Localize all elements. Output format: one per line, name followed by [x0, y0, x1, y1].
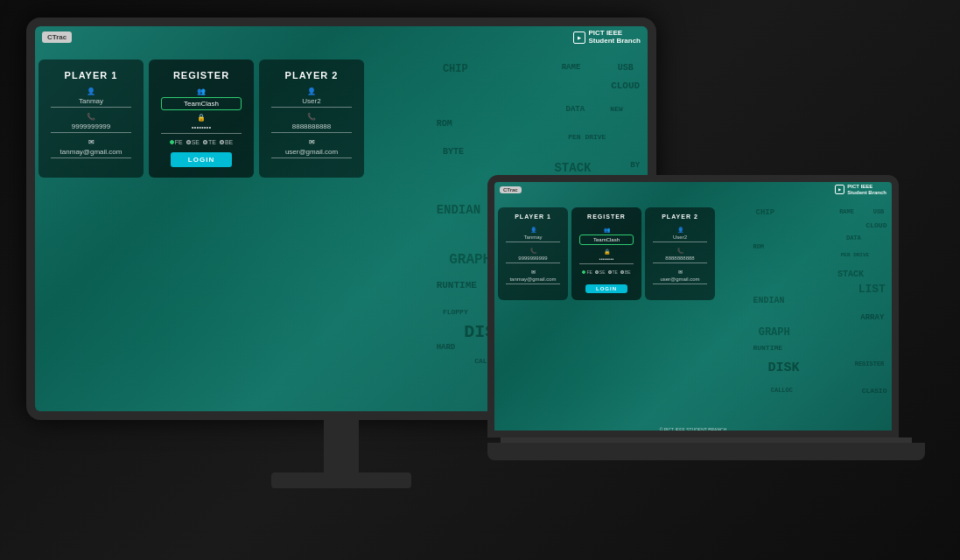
- laptop-footer: © PICT IEEE STUDENT BRANCH: [494, 427, 892, 430]
- laptop-logo: ▶ PICT IEEE Student Branch: [835, 184, 886, 195]
- wc-usb: USB: [618, 63, 634, 73]
- monitor-player1-card: PLAYER 1 👤 Tanmay 📞 9999999999 ✉ tanmay@…: [39, 60, 144, 178]
- monitor-player2-name: User2: [271, 97, 352, 108]
- laptop-frame: CTrac ▶ PICT IEEE Student Branch: [487, 175, 899, 438]
- laptop-radio-fe[interactable]: FE: [582, 270, 592, 275]
- monitor-player1-email-icon: ✉: [51, 138, 131, 146]
- monitor-player1-title: PLAYER 1: [51, 70, 131, 80]
- wc-byte: BYTE: [443, 147, 464, 157]
- monitor-stand: [324, 420, 359, 472]
- monitor-player2-phone-icon: 📞: [271, 113, 352, 121]
- monitor-radio-te[interactable]: TE: [203, 139, 216, 145]
- monitor-player1-phone: 9999999999: [51, 122, 131, 133]
- monitor-app-label: CTrac: [42, 32, 72, 43]
- monitor-register-card: REGISTER 👥 TeamClash 🔒 •••••••• FE: [149, 60, 254, 178]
- laptop-logo-icon: ▶: [835, 185, 844, 194]
- lwc-endian: ENDIAN: [753, 296, 784, 305]
- laptop-radio-te[interactable]: TE: [608, 270, 618, 275]
- wc-data: DATA: [566, 105, 585, 114]
- lwc-rom: ROM: [753, 243, 764, 250]
- monitor-player1-name: Tanmay: [51, 97, 131, 108]
- lwc-stack: STACK: [837, 270, 864, 279]
- laptop-p2-name-icon: 👤: [653, 227, 707, 233]
- laptop-player1-title: PLAYER 1: [506, 214, 560, 220]
- monitor-player2-name-icon: 👤: [271, 88, 352, 95]
- wc-pendrive: PEN DRIVE: [568, 133, 606, 141]
- laptop-cards-area: PLAYER 1 👤 Tanmay 📞 9999999999 ✉ tanmay@…: [498, 204, 752, 304]
- laptop-lock-icon: 🔒: [579, 248, 634, 255]
- laptop-p1-name-icon: 👤: [506, 227, 560, 233]
- monitor-team-icon: 👥: [161, 88, 242, 95]
- lwc-chip: CHIP: [756, 208, 775, 217]
- lwc-clash: CLASIO: [862, 387, 887, 395]
- laptop-p1-phone-icon: 📞: [506, 248, 560, 254]
- laptop-player2-title: PLAYER 2: [653, 214, 707, 220]
- monitor-team-name[interactable]: TeamClash: [161, 97, 242, 110]
- wc-chip: CHIP: [443, 63, 468, 75]
- laptop-team-icon: 👥: [579, 227, 634, 233]
- laptop: CTrac ▶ PICT IEEE Student Branch: [487, 175, 925, 508]
- lwc-register: REGISTER: [855, 360, 885, 368]
- monitor-player2-phone: 8888888888: [271, 122, 352, 133]
- lwc-rame: RAME: [839, 208, 854, 215]
- laptop-team-name[interactable]: TeamClash: [579, 234, 634, 245]
- laptop-wordcloud: RAME USB CLOUD DATA PEN DRIVE STACK LIST…: [752, 204, 888, 422]
- monitor-player1-email: tanmay@gmail.com: [51, 148, 131, 158]
- wc-new: NEW: [610, 105, 622, 113]
- wc-runtime: RUNTIME: [437, 280, 477, 290]
- monitor-radio-se[interactable]: SE: [186, 139, 200, 145]
- laptop-player1-name: Tanmay: [506, 234, 560, 242]
- monitor-player1-name-icon: 👤: [51, 88, 131, 95]
- lwc-runtime: RUNTIME: [753, 344, 782, 352]
- wc-hard: HARD: [437, 343, 456, 352]
- laptop-register-card: REGISTER 👥 TeamClash 🔒 •••••••• FE: [571, 207, 641, 300]
- lwc-usb: USB: [873, 208, 885, 215]
- lwc-disk: DISK: [768, 360, 800, 375]
- laptop-p1-email-icon: ✉: [506, 269, 560, 275]
- monitor-radio-group: FE SE TE: [161, 139, 242, 145]
- laptop-player1-email: tanmay@gmail.com: [506, 276, 560, 284]
- wc-stack: STACK: [554, 161, 591, 175]
- monitor-radio-fe[interactable]: FE: [170, 139, 183, 145]
- laptop-radio-be[interactable]: BE: [620, 270, 631, 275]
- monitor-player2-title: PLAYER 2: [271, 70, 352, 80]
- lwc-cloud: CLOUD: [865, 221, 886, 229]
- laptop-app-label: CTrac: [500, 186, 522, 193]
- monitor-player2-email-icon: ✉: [271, 138, 352, 146]
- lwc-graph: GRAPH: [759, 326, 790, 339]
- laptop-player2-card: PLAYER 2 👤 User2 📞 8888888888 ✉ user@gma…: [645, 207, 715, 300]
- lwc-data: DATA: [846, 234, 861, 242]
- laptop-p2-email-icon: ✉: [653, 269, 707, 275]
- laptop-player2-phone: 8888888888: [653, 256, 707, 263]
- laptop-main-area: PLAYER 1 👤 Tanmay 📞 9999999999 ✉ tanmay@…: [494, 204, 892, 422]
- laptop-top-bar: CTrac ▶ PICT IEEE Student Branch: [494, 182, 892, 197]
- laptop-login-button[interactable]: LOGIN: [585, 284, 627, 293]
- monitor-register-title: REGISTER: [161, 70, 242, 80]
- laptop-p2-phone-icon: 📞: [653, 248, 707, 254]
- monitor-radio-be[interactable]: BE: [220, 139, 233, 145]
- laptop-password[interactable]: ••••••••: [579, 256, 634, 264]
- lwc-list: LIST: [858, 283, 886, 296]
- wc-graph: GRAPH: [449, 252, 491, 268]
- laptop-radio-group: FE SE TE: [579, 270, 634, 275]
- monitor-logo-icon: ▶: [573, 32, 585, 44]
- wc-cloud: CLOUD: [611, 80, 640, 91]
- lwc-array: ARRAY: [860, 313, 884, 322]
- monitor-top-bar: CTrac ▶ PICT IEEE Student Branch: [35, 26, 648, 49]
- laptop-screen: CTrac ▶ PICT IEEE Student Branch: [494, 182, 892, 430]
- lwc-pendrive: PEN DRIVE: [841, 252, 869, 258]
- wc-by: BY: [630, 161, 640, 170]
- laptop-register-title: REGISTER: [579, 214, 634, 220]
- monitor-player2-email: user@gmail.com: [271, 148, 352, 158]
- wc-rom: ROM: [437, 119, 452, 129]
- monitor-logo-text: PICT IEEE Student Branch: [588, 30, 641, 46]
- monitor-player1-phone-icon: 📞: [51, 113, 131, 121]
- wc-rame: RAME: [562, 63, 581, 72]
- laptop-player2-email: user@gmail.com: [653, 276, 707, 284]
- monitor-login-button[interactable]: LOGIN: [171, 152, 232, 167]
- monitor-password[interactable]: ••••••••: [161, 123, 242, 134]
- monitor-logo: ▶ PICT IEEE Student Branch: [573, 30, 641, 46]
- wc-endian: ENDIAN: [437, 203, 480, 217]
- laptop-radio-se[interactable]: SE: [595, 270, 606, 275]
- laptop-player1-phone: 9999999999: [506, 256, 560, 263]
